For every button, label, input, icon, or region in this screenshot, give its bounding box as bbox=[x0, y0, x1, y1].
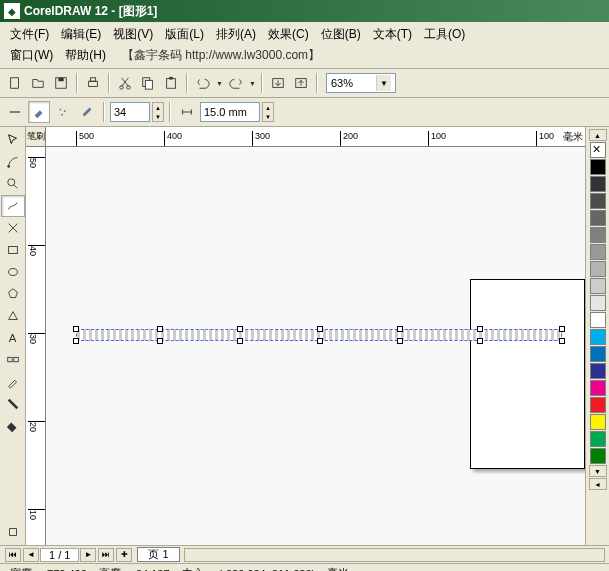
swatch[interactable] bbox=[590, 329, 606, 345]
swatch[interactable] bbox=[590, 431, 606, 447]
undo-dropdown[interactable]: ▼ bbox=[215, 72, 224, 94]
basic-shapes-tool[interactable] bbox=[1, 305, 25, 327]
import-button[interactable] bbox=[267, 72, 289, 94]
handle-b2[interactable] bbox=[237, 338, 243, 344]
menu-help[interactable]: 帮助(H) bbox=[59, 45, 112, 66]
prop-btn-brush[interactable] bbox=[28, 101, 50, 123]
menu-file[interactable]: 文件(F) bbox=[4, 24, 55, 45]
handle-t2[interactable] bbox=[237, 326, 243, 332]
swatch[interactable] bbox=[590, 363, 606, 379]
fill-tool[interactable] bbox=[1, 415, 25, 437]
menu-bitmap[interactable]: 位图(B) bbox=[315, 24, 367, 45]
smart-draw-tool[interactable] bbox=[1, 217, 25, 239]
handle-b4[interactable] bbox=[477, 338, 483, 344]
export-button[interactable] bbox=[290, 72, 312, 94]
polygon-tool[interactable] bbox=[1, 283, 25, 305]
menu-arrange[interactable]: 排列(A) bbox=[210, 24, 262, 45]
nav-last[interactable]: ⏭ bbox=[98, 548, 114, 562]
swatch[interactable] bbox=[590, 244, 606, 260]
pick-tool[interactable] bbox=[1, 129, 25, 151]
swatch[interactable] bbox=[590, 397, 606, 413]
canvas-content[interactable] bbox=[46, 147, 585, 545]
nav-next[interactable]: ► bbox=[80, 548, 96, 562]
undo-button[interactable] bbox=[192, 72, 214, 94]
swatch[interactable] bbox=[590, 295, 606, 311]
menu-view[interactable]: 视图(V) bbox=[107, 24, 159, 45]
freehand-tool[interactable] bbox=[1, 195, 25, 217]
redo-button[interactable] bbox=[225, 72, 247, 94]
prop-value-input[interactable]: 34 bbox=[110, 102, 150, 122]
swatch[interactable] bbox=[590, 176, 606, 192]
prop-width-input[interactable]: 15.0 mm bbox=[200, 102, 260, 122]
ellipse-tool[interactable] bbox=[1, 261, 25, 283]
palette-up-arrow[interactable]: ▲ bbox=[589, 129, 607, 141]
palette-flyout-arrow[interactable]: ◄ bbox=[589, 478, 607, 490]
zoom-select[interactable]: 63% ▼ bbox=[326, 73, 396, 93]
swatch-black[interactable] bbox=[590, 159, 606, 175]
menu-window[interactable]: 窗口(W) bbox=[4, 45, 59, 66]
blend-tool[interactable] bbox=[1, 349, 25, 371]
handle-tr[interactable] bbox=[559, 326, 565, 332]
eyedropper-tool[interactable] bbox=[1, 371, 25, 393]
zoom-tool[interactable] bbox=[1, 173, 25, 195]
svg-point-17 bbox=[7, 179, 14, 186]
swatch[interactable] bbox=[590, 227, 606, 243]
copy-button[interactable] bbox=[137, 72, 159, 94]
spinner-1[interactable]: ▲▼ bbox=[152, 102, 164, 122]
horizontal-scrollbar[interactable] bbox=[184, 548, 605, 562]
swatch[interactable] bbox=[590, 380, 606, 396]
swatch[interactable] bbox=[590, 261, 606, 277]
paste-button[interactable] bbox=[160, 72, 182, 94]
swatch[interactable] bbox=[590, 346, 606, 362]
new-button[interactable] bbox=[4, 72, 26, 94]
handle-b1[interactable] bbox=[157, 338, 163, 344]
horizontal-ruler[interactable]: 500 400 300 200 100 100 毫米 bbox=[46, 127, 585, 147]
swatch[interactable] bbox=[590, 210, 606, 226]
interactive-fill-tool[interactable] bbox=[1, 521, 25, 543]
vertical-ruler[interactable]: 50 40 30 20 10 bbox=[26, 147, 46, 545]
menu-effects[interactable]: 效果(C) bbox=[262, 24, 315, 45]
handle-t3[interactable] bbox=[397, 326, 403, 332]
outline-tool[interactable] bbox=[1, 393, 25, 415]
handle-tl[interactable] bbox=[73, 326, 79, 332]
zoom-dropdown-arrow[interactable]: ▼ bbox=[376, 75, 391, 91]
prop-btn-1[interactable] bbox=[4, 101, 26, 123]
menu-text[interactable]: 文本(T) bbox=[367, 24, 418, 45]
main-area: A 笔刷 500 400 300 200 100 100 毫米 50 40 30… bbox=[0, 127, 609, 545]
handle-b3[interactable] bbox=[397, 338, 403, 344]
handle-tc[interactable] bbox=[317, 326, 323, 332]
prop-btn-spray[interactable] bbox=[52, 101, 74, 123]
swatch-white[interactable] bbox=[590, 312, 606, 328]
menu-layout[interactable]: 版面(L) bbox=[159, 24, 210, 45]
open-button[interactable] bbox=[27, 72, 49, 94]
swatch[interactable] bbox=[590, 193, 606, 209]
spinner-2[interactable]: ▲▼ bbox=[262, 102, 274, 122]
print-button[interactable] bbox=[82, 72, 104, 94]
swatch[interactable] bbox=[590, 414, 606, 430]
swatch-none[interactable] bbox=[590, 142, 606, 158]
shape-tool[interactable] bbox=[1, 151, 25, 173]
menu-edit[interactable]: 编辑(E) bbox=[55, 24, 107, 45]
swatch[interactable] bbox=[590, 448, 606, 464]
nav-prev[interactable]: ◄ bbox=[23, 548, 39, 562]
handle-bc[interactable] bbox=[317, 338, 323, 344]
handle-t4[interactable] bbox=[477, 326, 483, 332]
page-tab-1[interactable]: 页 1 bbox=[137, 547, 179, 562]
save-button[interactable] bbox=[50, 72, 72, 94]
prop-btn-calligraphy[interactable] bbox=[76, 101, 98, 123]
nav-first[interactable]: ⏮ bbox=[5, 548, 21, 562]
handle-bl[interactable] bbox=[73, 338, 79, 344]
nav-add-page[interactable]: ✚ bbox=[116, 548, 132, 562]
text-tool[interactable]: A bbox=[1, 327, 25, 349]
handle-t1[interactable] bbox=[157, 326, 163, 332]
cut-button[interactable] bbox=[114, 72, 136, 94]
page-navigator: ⏮ ◄ 1 / 1 ► ⏭ ✚ 页 1 bbox=[0, 545, 609, 563]
selected-object[interactable] bbox=[76, 329, 562, 341]
handle-br[interactable] bbox=[559, 338, 565, 344]
canvas-area[interactable]: 笔刷 500 400 300 200 100 100 毫米 50 40 30 2… bbox=[26, 127, 585, 545]
palette-down-arrow[interactable]: ▼ bbox=[589, 465, 607, 477]
rectangle-tool[interactable] bbox=[1, 239, 25, 261]
menu-tools[interactable]: 工具(O) bbox=[418, 24, 471, 45]
swatch[interactable] bbox=[590, 278, 606, 294]
redo-dropdown[interactable]: ▼ bbox=[248, 72, 257, 94]
